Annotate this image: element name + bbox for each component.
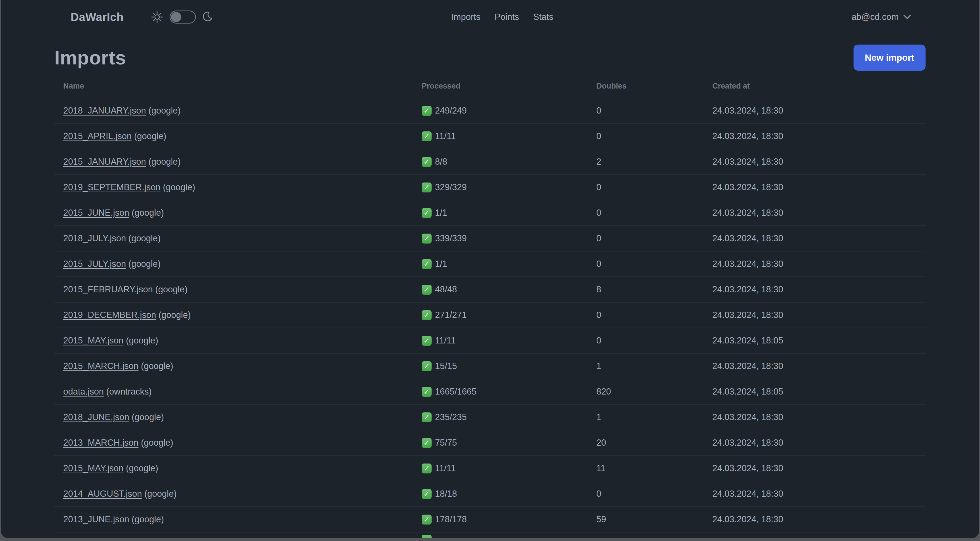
chevron-down-icon xyxy=(903,14,911,19)
success-check-icon: ✓ xyxy=(422,285,431,295)
table-row: 2015_JANUARY.json (google)✓8/8224.03.202… xyxy=(54,149,926,174)
theme-toggle-switch[interactable] xyxy=(170,11,196,24)
import-source-label: (google) xyxy=(126,233,161,243)
import-source-label: (google) xyxy=(129,514,164,524)
processed-count: 178/178 xyxy=(435,514,467,525)
created-at-cell: 24.03.2024, 18:05 xyxy=(712,335,926,346)
doubles-cell: 0 xyxy=(597,208,712,218)
import-file-link[interactable]: 2018_JULY.json xyxy=(63,233,126,243)
success-check-icon: ✓ xyxy=(422,131,431,141)
processed-count: 18/18 xyxy=(435,489,457,499)
import-file-link[interactable]: 2013_JUNE.json xyxy=(63,514,129,524)
doubles-cell: 59 xyxy=(597,514,712,525)
import-source-label: (google) xyxy=(126,259,161,269)
success-check-icon: ✓ xyxy=(422,463,431,474)
created-at-cell: 24.03.2024, 18:30 xyxy=(712,284,926,295)
created-at-cell: 24.03.2024, 18:30 xyxy=(712,157,926,167)
processed-count: 11/11 xyxy=(435,335,456,346)
import-file-link[interactable]: 2014_AUGUST.json xyxy=(63,489,142,499)
import-file-link[interactable]: odata.json xyxy=(63,386,104,397)
import-file-link[interactable]: 2015_JULY.json xyxy=(63,259,126,269)
import-file-link[interactable]: 2015_MAY.json xyxy=(63,463,124,473)
import-source-label: (google) xyxy=(146,105,181,115)
import-name-cell: 2015_MAY.json (google) xyxy=(54,463,422,474)
import-source-label: (google) xyxy=(129,208,164,218)
processed-count: 11/11 xyxy=(435,131,456,141)
app-logo[interactable]: DaWarIch xyxy=(71,11,124,24)
processed-count: 8/8 xyxy=(435,157,447,167)
created-at-cell: 24.03.2024, 18:30 xyxy=(712,438,926,448)
created-at-cell: 24.03.2024, 18:30 xyxy=(712,208,926,218)
processed-cell: ✓15/15 xyxy=(422,361,597,371)
import-file-link[interactable]: 2015_MARCH.json xyxy=(63,361,138,371)
nav-item-points[interactable]: Points xyxy=(495,12,519,22)
account-email: ab@cd.com xyxy=(851,12,899,22)
doubles-cell: 8 xyxy=(597,284,712,295)
doubles-cell: 820 xyxy=(597,386,712,397)
processed-cell: ✓11/11 xyxy=(422,131,597,141)
import-file-link[interactable]: 2019_DECEMBER.json xyxy=(63,310,156,320)
imports-table-body: 2018_JANUARY.json (google)✓249/249024.03… xyxy=(54,97,926,538)
import-source-label: (google) xyxy=(138,438,173,448)
nav-item-stats[interactable]: Stats xyxy=(533,12,554,22)
import-source-label: (google) xyxy=(138,361,173,371)
import-file-link[interactable]: 2015_MAY.json xyxy=(63,335,124,345)
import-file-link[interactable]: 2013_MARCH.json xyxy=(63,438,138,448)
import-source-label: (google) xyxy=(153,284,188,294)
import-file-link[interactable]: 2018_JANUARY.json xyxy=(63,105,146,115)
success-check-icon: ✓ xyxy=(422,515,431,525)
success-check-icon: ✓ xyxy=(422,208,431,218)
table-row: 2013_JUNE.json (google)✓178/1785924.03.2… xyxy=(54,506,926,532)
processed-count: 271/271 xyxy=(435,310,467,320)
doubles-cell: 20 xyxy=(597,438,712,448)
import-source-label: (google) xyxy=(161,182,195,192)
created-at-cell: 24.03.2024, 18:30 xyxy=(712,182,926,192)
created-at-cell: 24.03.2024, 18:30 xyxy=(712,361,926,371)
import-file-link[interactable]: 2015_APRIL.json xyxy=(63,131,132,141)
import-source-label: (owntracks) xyxy=(104,386,152,397)
import-name-cell: 2015_APRIL.json (google) xyxy=(54,131,422,141)
doubles-cell: 1 xyxy=(597,361,712,371)
created-at-cell: 24.03.2024, 18:30 xyxy=(712,412,926,422)
table-row: 2015_FEBRUARY.json (google)✓48/48824.03.… xyxy=(54,276,926,302)
processed-cell: ✓1665/1665 xyxy=(422,386,597,397)
new-import-button[interactable]: New import xyxy=(854,45,926,71)
processed-count: 75/75 xyxy=(435,438,457,448)
import-name-cell: 2013_JUNE.json (google) xyxy=(54,514,422,525)
processed-count: 11/11 xyxy=(435,463,456,474)
created-at-cell: 24.03.2024, 18:30 xyxy=(712,233,926,244)
import-source-label: (google) xyxy=(146,157,181,167)
processed-cell: ✓178/178 xyxy=(422,514,597,525)
toggle-knob xyxy=(171,12,181,22)
import-file-link[interactable]: 2018_JUNE.json xyxy=(63,412,129,422)
page-container: Imports New import Name Processed Double… xyxy=(54,41,926,538)
page-header: Imports New import xyxy=(54,41,926,74)
processed-count: 15/15 xyxy=(435,361,457,371)
import-file-link[interactable]: 2019_SEPTEMBER.json xyxy=(63,182,161,192)
success-check-icon: ✓ xyxy=(422,361,431,371)
created-at-cell: 24.03.2024, 18:30 xyxy=(712,259,926,269)
import-file-link[interactable]: 2015_FEBRUARY.json xyxy=(63,284,153,294)
doubles-cell: 0 xyxy=(597,259,712,269)
created-at-cell: 24.03.2024, 18:30 xyxy=(712,463,926,474)
import-file-link[interactable]: 2015_JANUARY.json xyxy=(63,157,146,167)
import-source-label: (google) xyxy=(124,335,158,345)
created-at-cell: 24.03.2024, 18:05 xyxy=(712,386,926,397)
table-row: 2015_MARCH.json (google)✓15/15124.03.202… xyxy=(54,353,926,379)
table-row: 2019_DECEMBER.json (google)✓271/271024.0… xyxy=(54,302,926,327)
table-row: 2015_MAY.json (google)✓11/11024.03.2024,… xyxy=(54,327,926,353)
doubles-cell: 11 xyxy=(597,463,712,474)
import-name-cell: 2015_JANUARY.json (google) xyxy=(54,157,422,167)
nav-item-imports[interactable]: Imports xyxy=(451,12,480,22)
success-check-icon: ✓ xyxy=(422,535,431,538)
table-row: 2019_SEPTEMBER.json (google)✓329/329024.… xyxy=(54,174,926,200)
table-row: 2018_JULY.json (google)✓339/339024.03.20… xyxy=(54,225,926,251)
page-title: Imports xyxy=(54,46,126,69)
processed-cell: ✓11/11 xyxy=(422,335,597,346)
account-menu[interactable]: ab@cd.com xyxy=(851,12,911,22)
processed-cell: ✓271/271 xyxy=(422,310,597,320)
success-check-icon: ✓ xyxy=(422,310,431,320)
import-file-link[interactable]: 2015_JUNE.json xyxy=(63,208,129,218)
doubles-cell: 0 xyxy=(597,105,712,116)
processed-cell: ✓75/75 xyxy=(422,438,597,448)
